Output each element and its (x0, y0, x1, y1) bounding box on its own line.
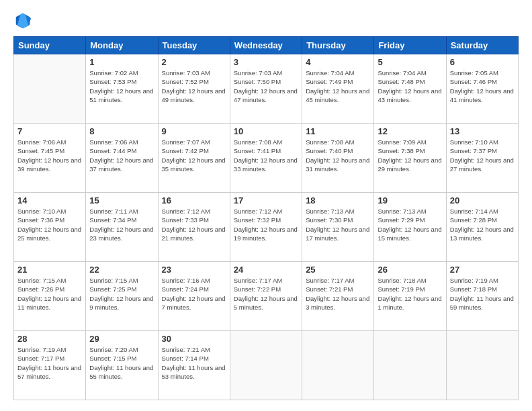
day-cell-empty-5 (374, 331, 446, 400)
day-number: 26 (378, 265, 442, 275)
day-number: 30 (162, 334, 226, 344)
day-number: 6 (450, 57, 515, 67)
day-info: Sunrise: 7:13 AMSunset: 7:30 PMDaylight:… (306, 207, 370, 242)
logo (13, 11, 35, 30)
day-number: 12 (378, 126, 442, 136)
day-number: 1 (89, 57, 154, 67)
day-info: Sunrise: 7:15 AMSunset: 7:26 PMDaylight:… (17, 276, 82, 312)
header-row: SundayMondayTuesdayWednesdayThursdayFrid… (14, 37, 519, 54)
day-info: Sunrise: 7:13 AMSunset: 7:29 PMDaylight:… (378, 207, 442, 242)
day-info: Sunrise: 7:02 AMSunset: 7:53 PMDaylight:… (89, 68, 154, 104)
day-info: Sunrise: 7:06 AMSunset: 7:44 PMDaylight:… (89, 138, 154, 173)
day-number: 16 (162, 195, 226, 205)
day-number: 19 (378, 195, 442, 205)
header-cell-saturday: Saturday (446, 37, 518, 54)
day-info: Sunrise: 7:06 AMSunset: 7:45 PMDaylight:… (17, 138, 82, 173)
day-number: 29 (89, 334, 154, 344)
day-info: Sunrise: 7:03 AMSunset: 7:52 PMDaylight:… (162, 68, 226, 104)
day-number: 2 (162, 57, 226, 67)
day-cell-2: 2Sunrise: 7:03 AMSunset: 7:52 PMDaylight… (158, 54, 230, 124)
day-cell-3: 3Sunrise: 7:03 AMSunset: 7:50 PMDaylight… (230, 54, 302, 124)
day-cell-23: 23Sunrise: 7:16 AMSunset: 7:24 PMDayligh… (158, 262, 230, 331)
day-number: 4 (306, 57, 370, 67)
day-cell-empty-0 (14, 54, 86, 124)
calendar-body: 1Sunrise: 7:02 AMSunset: 7:53 PMDaylight… (14, 54, 519, 400)
day-info: Sunrise: 7:07 AMSunset: 7:42 PMDaylight:… (162, 138, 226, 173)
day-info: Sunrise: 7:21 AMSunset: 7:14 PMDaylight:… (162, 345, 226, 381)
day-cell-20: 20Sunrise: 7:14 AMSunset: 7:28 PMDayligh… (446, 193, 518, 262)
day-cell-27: 27Sunrise: 7:19 AMSunset: 7:18 PMDayligh… (446, 262, 518, 331)
day-info: Sunrise: 7:08 AMSunset: 7:40 PMDaylight:… (306, 138, 370, 173)
day-cell-30: 30Sunrise: 7:21 AMSunset: 7:14 PMDayligh… (158, 331, 230, 400)
week-row-4: 21Sunrise: 7:15 AMSunset: 7:26 PMDayligh… (14, 262, 519, 331)
day-info: Sunrise: 7:14 AMSunset: 7:28 PMDaylight:… (450, 207, 515, 242)
day-number: 15 (89, 195, 154, 205)
day-number: 7 (17, 126, 82, 136)
logo-icon (13, 11, 32, 30)
day-info: Sunrise: 7:16 AMSunset: 7:24 PMDaylight:… (162, 276, 226, 312)
day-number: 18 (306, 195, 370, 205)
day-cell-16: 16Sunrise: 7:12 AMSunset: 7:33 PMDayligh… (158, 193, 230, 262)
day-info: Sunrise: 7:12 AMSunset: 7:32 PMDaylight:… (234, 207, 298, 242)
day-cell-8: 8Sunrise: 7:06 AMSunset: 7:44 PMDaylight… (86, 124, 158, 193)
day-cell-11: 11Sunrise: 7:08 AMSunset: 7:40 PMDayligh… (302, 124, 374, 193)
page: SundayMondayTuesdayWednesdayThursdayFrid… (0, 0, 532, 411)
header-cell-tuesday: Tuesday (158, 37, 230, 54)
day-cell-19: 19Sunrise: 7:13 AMSunset: 7:29 PMDayligh… (374, 193, 446, 262)
day-cell-18: 18Sunrise: 7:13 AMSunset: 7:30 PMDayligh… (302, 193, 374, 262)
day-cell-empty-4 (302, 331, 374, 400)
day-info: Sunrise: 7:05 AMSunset: 7:46 PMDaylight:… (450, 68, 515, 104)
day-number: 23 (162, 265, 226, 275)
day-cell-28: 28Sunrise: 7:19 AMSunset: 7:17 PMDayligh… (14, 331, 86, 400)
day-number: 13 (450, 126, 515, 136)
day-info: Sunrise: 7:17 AMSunset: 7:22 PMDaylight:… (234, 276, 298, 312)
day-number: 24 (234, 265, 298, 275)
day-info: Sunrise: 7:18 AMSunset: 7:19 PMDaylight:… (378, 276, 442, 312)
day-cell-6: 6Sunrise: 7:05 AMSunset: 7:46 PMDaylight… (446, 54, 518, 124)
day-cell-25: 25Sunrise: 7:17 AMSunset: 7:21 PMDayligh… (302, 262, 374, 331)
week-row-1: 1Sunrise: 7:02 AMSunset: 7:53 PMDaylight… (14, 54, 519, 124)
day-cell-7: 7Sunrise: 7:06 AMSunset: 7:45 PMDaylight… (14, 124, 86, 193)
header-cell-sunday: Sunday (14, 37, 86, 54)
header-cell-monday: Monday (86, 37, 158, 54)
day-cell-5: 5Sunrise: 7:04 AMSunset: 7:48 PMDaylight… (374, 54, 446, 124)
day-cell-10: 10Sunrise: 7:08 AMSunset: 7:41 PMDayligh… (230, 124, 302, 193)
day-info: Sunrise: 7:10 AMSunset: 7:36 PMDaylight:… (17, 207, 82, 242)
day-number: 27 (450, 265, 515, 275)
header (13, 11, 519, 30)
day-cell-21: 21Sunrise: 7:15 AMSunset: 7:26 PMDayligh… (14, 262, 86, 331)
day-cell-empty-3 (230, 331, 302, 400)
day-number: 14 (17, 195, 82, 205)
week-row-5: 28Sunrise: 7:19 AMSunset: 7:17 PMDayligh… (14, 331, 519, 400)
day-info: Sunrise: 7:15 AMSunset: 7:25 PMDaylight:… (89, 276, 154, 312)
day-info: Sunrise: 7:19 AMSunset: 7:17 PMDaylight:… (17, 345, 82, 381)
day-number: 22 (89, 265, 154, 275)
day-cell-24: 24Sunrise: 7:17 AMSunset: 7:22 PMDayligh… (230, 262, 302, 331)
calendar-table: SundayMondayTuesdayWednesdayThursdayFrid… (13, 36, 519, 400)
header-cell-friday: Friday (374, 37, 446, 54)
day-cell-13: 13Sunrise: 7:10 AMSunset: 7:37 PMDayligh… (446, 124, 518, 193)
day-cell-empty-6 (446, 331, 518, 400)
day-number: 20 (450, 195, 515, 205)
day-info: Sunrise: 7:11 AMSunset: 7:34 PMDaylight:… (89, 207, 154, 242)
day-number: 8 (89, 126, 154, 136)
day-cell-9: 9Sunrise: 7:07 AMSunset: 7:42 PMDaylight… (158, 124, 230, 193)
week-row-3: 14Sunrise: 7:10 AMSunset: 7:36 PMDayligh… (14, 193, 519, 262)
day-info: Sunrise: 7:17 AMSunset: 7:21 PMDaylight:… (306, 276, 370, 312)
day-cell-4: 4Sunrise: 7:04 AMSunset: 7:49 PMDaylight… (302, 54, 374, 124)
day-number: 5 (378, 57, 442, 67)
day-number: 25 (306, 265, 370, 275)
day-info: Sunrise: 7:19 AMSunset: 7:18 PMDaylight:… (450, 276, 515, 312)
header-cell-wednesday: Wednesday (230, 37, 302, 54)
day-number: 9 (162, 126, 226, 136)
day-cell-1: 1Sunrise: 7:02 AMSunset: 7:53 PMDaylight… (86, 54, 158, 124)
day-number: 21 (17, 265, 82, 275)
day-info: Sunrise: 7:10 AMSunset: 7:37 PMDaylight:… (450, 138, 515, 173)
day-number: 11 (306, 126, 370, 136)
calendar-header: SundayMondayTuesdayWednesdayThursdayFrid… (14, 37, 519, 54)
day-cell-17: 17Sunrise: 7:12 AMSunset: 7:32 PMDayligh… (230, 193, 302, 262)
day-info: Sunrise: 7:12 AMSunset: 7:33 PMDaylight:… (162, 207, 226, 242)
day-number: 3 (234, 57, 298, 67)
day-number: 17 (234, 195, 298, 205)
header-cell-thursday: Thursday (302, 37, 374, 54)
